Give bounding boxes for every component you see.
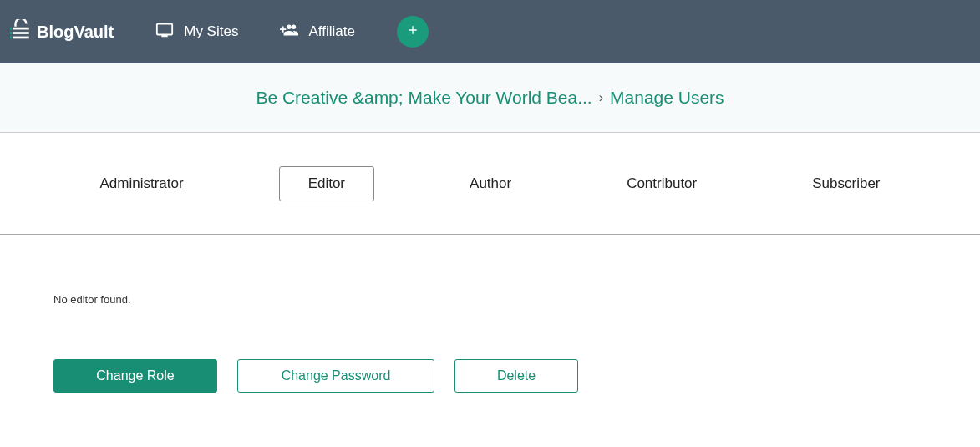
nav-affiliate[interactable]: Affiliate [280, 21, 354, 43]
svg-rect-3 [10, 28, 12, 30]
chevron-right-icon: › [599, 90, 603, 105]
tab-contributor[interactable]: Contributor [607, 167, 717, 201]
add-button[interactable] [397, 16, 429, 48]
svg-rect-0 [13, 28, 29, 30]
monitor-icon [155, 21, 174, 43]
svg-rect-4 [10, 32, 12, 34]
change-role-button[interactable]: Change Role [53, 359, 217, 393]
breadcrumb-site[interactable]: Be Creative &amp; Make Your World Bea... [256, 88, 592, 108]
breadcrumb-current[interactable]: Manage Users [610, 88, 724, 108]
nav-label: Affiliate [308, 23, 354, 40]
plus-icon [406, 23, 419, 40]
tab-administrator[interactable]: Administrator [79, 167, 203, 201]
tab-author[interactable]: Author [449, 167, 531, 201]
nav-label: My Sites [184, 23, 238, 40]
tab-editor[interactable]: Editor [279, 166, 374, 201]
empty-message: No editor found. [53, 293, 927, 306]
topbar: BlogVault My Sites Affiliate [0, 0, 980, 63]
brand-name: BlogVault [37, 23, 114, 42]
action-row: Change Role Change Password Delete [53, 359, 927, 393]
change-password-button[interactable]: Change Password [237, 359, 434, 393]
delete-button[interactable]: Delete [454, 359, 578, 393]
nav-my-sites[interactable]: My Sites [155, 21, 238, 43]
svg-rect-2 [13, 37, 29, 39]
svg-rect-5 [10, 37, 12, 39]
tab-subscriber[interactable]: Subscriber [792, 167, 900, 201]
brand-logo[interactable]: BlogVault [10, 19, 114, 44]
role-tabs: Administrator Editor Author Contributor … [0, 133, 980, 235]
group-add-icon [280, 21, 298, 43]
breadcrumb: Be Creative &amp; Make Your World Bea...… [0, 63, 980, 133]
svg-rect-1 [13, 32, 29, 34]
lock-bars-icon [10, 19, 32, 44]
content-area: No editor found. Change Role Change Pass… [0, 235, 980, 393]
